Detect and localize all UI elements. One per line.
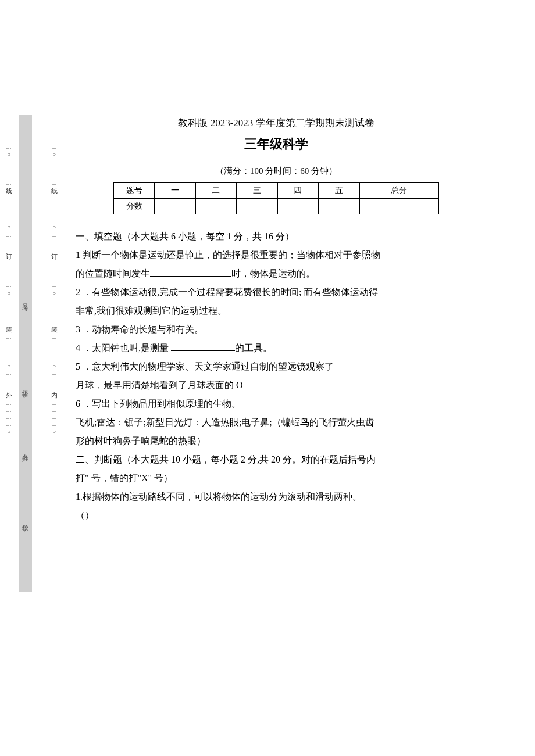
q6-line1: 6 ．写出下列物品用到相似原理的生物。 — [76, 395, 477, 413]
fill-blank[interactable] — [150, 267, 231, 277]
q4-posttext: 的工具。 — [235, 343, 272, 353]
col-4: 四 — [277, 183, 319, 199]
q1-line1: 1 判断一个物体是运动还是静止，的选择是很重要的；当物体相对于参照物 — [76, 246, 477, 264]
margin-dots-inner: …………… ○ ………… 线 ………… ○ ……… 订 ………… ○ ………… … — [50, 115, 58, 592]
exam-content: 教科版 2023-2023 学年度第二学期期末测试卷 三年级科学 （满分：100… — [76, 116, 477, 525]
score-table: 题号 一 二 三 四 五 总分 分数 — [113, 182, 439, 214]
q4: 4 ．太阳钟也叫,是测量 的工具。 — [76, 339, 477, 357]
col-1: 一 — [155, 183, 196, 199]
table-row: 分数 — [114, 199, 439, 214]
judge-1b: （） — [76, 506, 477, 525]
exam-title-line2: 三年级科学 — [76, 135, 477, 153]
section-1-heading: 一、填空题（本大题共 6 小题，每空 1 分，共 16 分） — [76, 227, 477, 246]
exam-body: 一、填空题（本大题共 6 小题，每空 1 分，共 16 分） 1 判断一个物体是… — [76, 227, 477, 525]
section-2-heading-a: 二、判断题（本大题共 10 小题，每小题 2 分,共 20 分。对的在题后括号内 — [76, 450, 477, 469]
section-2-heading-b: 打" 号，错的打"X" 号） — [76, 469, 477, 488]
strip-label-school: 校学 — [21, 519, 30, 521]
q2-line2: 非常,我们很难观测到它的运动过程。 — [76, 302, 477, 320]
q1-posttext: 时，物体是运动的。 — [231, 268, 315, 278]
strip-label-name: 名姓 — [21, 449, 30, 452]
col-total: 总分 — [359, 183, 438, 199]
fill-blank[interactable] — [171, 342, 235, 351]
exam-title-line1: 教科版 2023-2023 学年度第二学期期末测试卷 — [76, 116, 477, 130]
q3: 3 ．动物寿命的长短与和有关。 — [76, 320, 477, 339]
q5-line1: 5 ．意大利伟大的物理学家、天文学家通过自制的望远镜观察了 — [76, 357, 477, 376]
judge-1a: 1.根据物体的运动路线不同，可以将物体的运动分为滚动和滑动两种。 — [76, 488, 477, 506]
score-cell[interactable] — [155, 199, 196, 214]
strip-label-class: 级班 — [21, 385, 30, 388]
q1-line2: 的位置随时间发生时，物体是运动的。 — [76, 264, 477, 283]
strip-label-exam-no: 号考 — [21, 298, 30, 300]
q1-pretext: 的位置随时间发生 — [76, 268, 150, 278]
q4-pretext: 4 ．太阳钟也叫,是测量 — [76, 343, 171, 353]
score-cell[interactable] — [277, 199, 319, 214]
q2-line1: 2 ．有些物体运动很,完成一个过程需要花费很长的时间; 而有些物体运动得 — [76, 283, 477, 302]
q5-line2: 月球，最早用清楚地看到了月球表面的 O — [76, 376, 477, 395]
col-3: 三 — [237, 183, 278, 199]
row-label-number: 题号 — [114, 183, 155, 199]
score-cell[interactable] — [319, 199, 360, 214]
q6-line2: 飞机;雷达：锯子;新型日光灯：人造热眼;电子鼻;（蝙蝠鸟的飞行萤火虫齿 — [76, 413, 477, 432]
score-cell[interactable] — [359, 199, 438, 214]
exam-meta: （满分：100 分时间：60 分钟） — [76, 166, 477, 177]
row-label-score: 分数 — [114, 199, 155, 214]
col-5: 五 — [319, 183, 360, 199]
col-2: 二 — [195, 183, 237, 199]
score-cell[interactable] — [237, 199, 278, 214]
margin-dots-outer: …………… ○ ………… 线 ………… ○ ……… 订 ………… ○ ………… … — [5, 115, 13, 592]
score-cell[interactable] — [195, 199, 237, 214]
q6-line3: 形的树叶狗鼻子响尾蛇的热眼） — [76, 432, 477, 450]
table-row: 题号 一 二 三 四 五 总分 — [114, 183, 439, 199]
